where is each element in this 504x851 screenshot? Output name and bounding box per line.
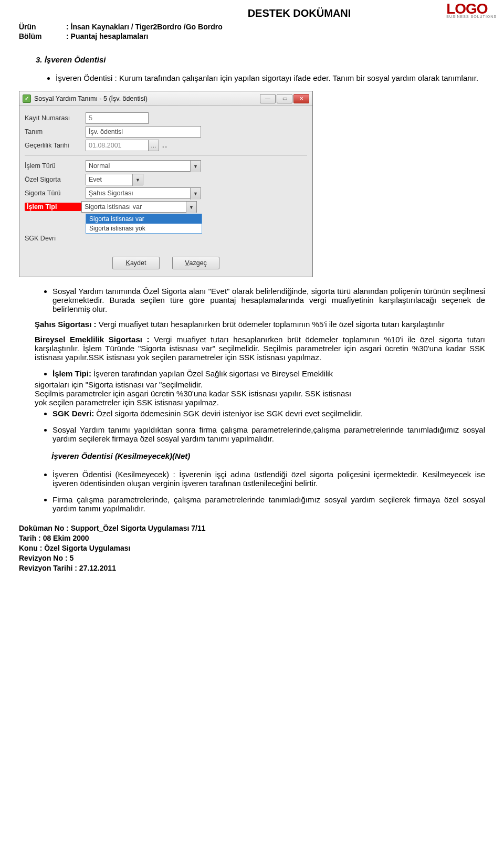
intro-bullet: İşveren Ödentisi : Kurum tarafından çalı… xyxy=(56,73,485,82)
kayit-no-label: Kayıt Numarası xyxy=(25,114,86,122)
window-app-icon: ✓ xyxy=(23,94,31,103)
save-button[interactable]: Kaydet xyxy=(112,257,160,269)
footer-revizyon-no: Revizyon No : 5 xyxy=(19,553,485,563)
dialog-window: ✓ Sosyal Yardım Tanımı - 5 (İşv. ödentis… xyxy=(19,91,313,277)
section-heading: 3. İşveren Ödentisi xyxy=(36,55,485,64)
sahis-paragraph: Şahıs Sigortası : Vergi muafiyet tutarı … xyxy=(35,320,485,329)
sigorta-turu-label: Sigorta Türü xyxy=(25,190,86,197)
sgk-text: Özel sigorta ödemesinin SGK deviri isten… xyxy=(94,409,362,418)
ozel-sigorta-select[interactable]: Evet ▼ xyxy=(86,174,143,185)
footer-dokuman-no: Doküman No : Support_Özel Sigorta Uygula… xyxy=(19,523,485,533)
logo-subtext: BUSINESS SOLUTIONS xyxy=(446,15,497,18)
firma-bullet: Firma çalışma parametrelerinde, çalışma … xyxy=(52,495,485,513)
sgk-head: SGK Devri: xyxy=(52,409,94,418)
chevron-down-icon: ▼ xyxy=(190,161,201,172)
islem-tipi-rest1: sigortaları için "Sigorta istisnası var … xyxy=(35,380,485,389)
sgk-bullet: SGK Devri: Özel sigorta ödemesinin SGK d… xyxy=(52,409,485,418)
footer-revizyon-tarihi: Revizyon Tarihi : 27.12.2011 xyxy=(19,563,485,573)
islem-turu-label: İşlem Türü xyxy=(25,162,86,170)
sgk-devri-label: SGK Devri xyxy=(25,235,86,242)
save-button-rest: aydet xyxy=(130,259,146,267)
window-titlebar[interactable]: ✓ Sosyal Yardım Tanımı - 5 (İşv. ödentis… xyxy=(19,91,312,106)
close-button[interactable]: ✕ xyxy=(293,94,309,103)
footer-konu: Konu : Özel Sigorta Uygulaması xyxy=(19,543,485,553)
islem-tipi-value: Sigorta istisnası var xyxy=(85,203,142,211)
meta-bolum-value: : Puantaj hesaplamaları xyxy=(66,32,148,40)
cancel-button-rest: azgeç xyxy=(189,259,206,267)
meta-bolum-label: Bölüm xyxy=(19,32,66,40)
tanim-input[interactable]: İşv. ödentisi xyxy=(86,126,201,138)
islem-tipi-select[interactable]: Sigorta istisnası var ▼ xyxy=(81,201,197,213)
ozel-sigorta-value: Evet xyxy=(89,176,102,183)
dropdown-option-yok[interactable]: Sigorta istisnası yok xyxy=(86,224,202,233)
form-divider xyxy=(25,155,307,156)
chevron-down-icon: ▼ xyxy=(190,188,201,199)
sahis-text: Vergi muafiyet tutarı hesaplanırken brüt… xyxy=(97,320,445,329)
chevron-down-icon: ▼ xyxy=(132,174,143,186)
chevron-down-icon: ▼ xyxy=(186,202,196,213)
date-picker-button[interactable]: … xyxy=(149,140,159,151)
islem-tipi-rest3: yok seçilen parametreler için SSK istisn… xyxy=(35,398,485,407)
islem-tipi-rest2: Seçilmis parametreler için asgari ücreti… xyxy=(35,389,485,398)
islem-tipi-text: İşveren tarafından yapılan Özel Sağlık s… xyxy=(91,369,333,378)
gecerlilik-input[interactable]: 01.08.2001 xyxy=(86,140,149,151)
page-title: DESTEK DOKÜMANI xyxy=(113,7,485,19)
islem-tipi-label: İşlem Tipi xyxy=(25,203,81,211)
window-title: Sosyal Yardım Tanımı - 5 (İşv. ödentisi) xyxy=(34,95,148,102)
islem-tipi-head: İşlem Tipi: xyxy=(52,369,91,378)
ozel-sigorta-label: Özel Sigorta xyxy=(25,176,86,183)
kesilmeyecek-bullet: İşveren Ödentisi (Kesilmeyecek) : İşvere… xyxy=(52,470,485,488)
logo-text: LOGO xyxy=(446,3,497,15)
sigorta-turu-value: Şahıs Sigortası xyxy=(89,190,133,197)
page-footer: Doküman No : Support_Özel Sigorta Uygula… xyxy=(19,523,485,573)
cancel-button[interactable]: Vazgeç xyxy=(172,257,219,269)
sosyal-yardim-bullet: Sosyal Yardım tanımı yapıldıktan sonra f… xyxy=(52,425,485,443)
islem-turu-select[interactable]: Normal ▼ xyxy=(86,160,201,172)
bireysel-head: Bireysel Emeklilik Sigortası : xyxy=(35,335,150,344)
sigorta-turu-select[interactable]: Şahıs Sigortası ▼ xyxy=(86,187,201,199)
brand-logo: LOGO BUSINESS SOLUTIONS xyxy=(446,3,497,18)
meta-urun-label: Ürün xyxy=(19,23,66,31)
sahis-head: Şahıs Sigortası : xyxy=(35,320,97,329)
islem-tipi-dropdown[interactable]: Sigorta istisnası var Sigorta istisnası … xyxy=(86,214,202,234)
tanim-label: Tanım xyxy=(25,128,86,135)
gecerlilik-label: Geçerlilik Tarihi xyxy=(25,142,86,149)
body-bullet-1: Sosyal Yardım tanımında Özel Sigorta ala… xyxy=(52,287,485,313)
footer-tarih: Tarih : 08 Ekim 2000 xyxy=(19,533,485,543)
bireysel-paragraph: Bireysel Emeklilik Sigortası : Vergi mua… xyxy=(35,335,485,362)
dropdown-option-var[interactable]: Sigorta istisnası var xyxy=(86,214,202,224)
meta-urun-value: : İnsan Kaynakları / Tiger2Bordro /Go Bo… xyxy=(66,23,223,31)
sub-heading-kesilmeyecek: İşveren Ödentisi (Kesilmeyecek)(Net) xyxy=(51,451,485,460)
islem-tipi-bullet: İşlem Tipi: İşveren tarafından yapılan Ö… xyxy=(52,369,485,378)
date-extra-dots: .. xyxy=(162,142,168,149)
kayit-no-input[interactable]: 5 xyxy=(86,112,149,124)
minimize-button[interactable]: — xyxy=(260,94,276,103)
maximize-button[interactable]: ▭ xyxy=(277,94,292,103)
islem-turu-value: Normal xyxy=(89,162,110,170)
